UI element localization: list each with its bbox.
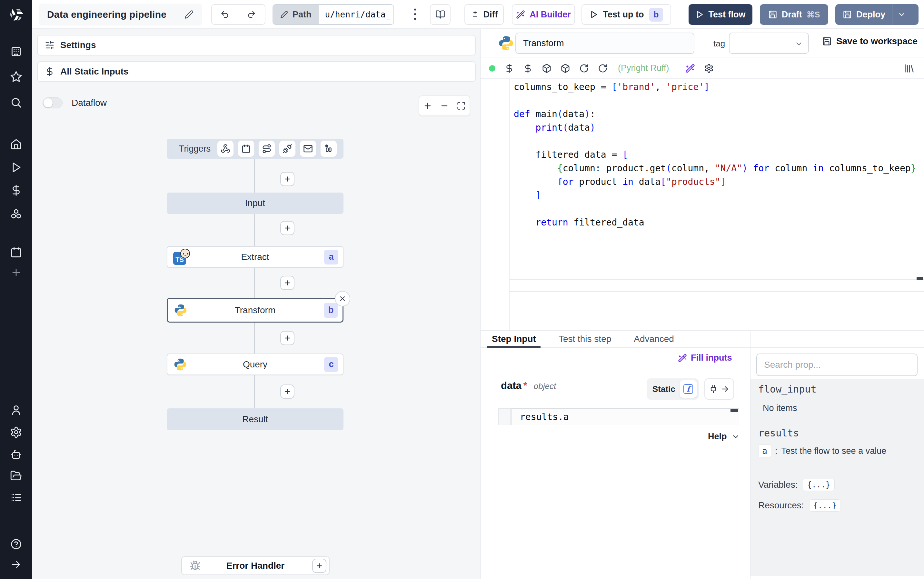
folder-icon[interactable] (10, 469, 22, 482)
query-node[interactable]: Query c (167, 353, 343, 375)
fit-view-icon[interactable] (457, 101, 466, 110)
flow-input-section[interactable]: flow_input (758, 384, 924, 395)
help-toggle[interactable]: Help (708, 432, 740, 442)
expression-scrollbar[interactable] (730, 409, 738, 412)
add-step-button[interactable] (280, 276, 294, 290)
runs-play-icon[interactable] (10, 162, 22, 173)
test-up-to-label: Test up to (603, 10, 644, 20)
undo-button[interactable] (212, 5, 238, 24)
editor-settings-gear-icon[interactable] (704, 64, 714, 73)
settings-gear-icon[interactable] (10, 426, 22, 438)
draft-button[interactable]: Draft ⌘S (760, 4, 828, 25)
extract-node[interactable]: TS Extract a (167, 246, 343, 268)
collapse-arrow-icon[interactable] (10, 559, 22, 570)
chevron-down-icon (795, 40, 803, 48)
package-icon[interactable] (542, 64, 552, 73)
ai-wand-icon[interactable] (685, 64, 695, 73)
expression-input[interactable]: results.a (511, 408, 739, 425)
draft-label: Draft (782, 10, 802, 20)
result-hint: Test the flow to see a value (782, 446, 886, 456)
user-icon[interactable] (10, 404, 22, 416)
code-editor[interactable]: columns_to_keep = ['brand', 'price'] def… (480, 79, 924, 330)
list-icon[interactable] (10, 492, 22, 504)
variables-dollar-icon[interactable] (10, 184, 22, 196)
tag-select[interactable] (729, 33, 809, 54)
package-icon[interactable] (560, 64, 570, 73)
save-icon (768, 10, 777, 19)
tab-advanced[interactable]: Advanced (634, 330, 674, 347)
dataflow-toggle[interactable] (42, 97, 62, 108)
poll-trigger-icon[interactable] (320, 140, 337, 157)
tab-test-this-step[interactable]: Test this step (558, 330, 611, 347)
input-node[interactable]: Input (167, 193, 343, 214)
email-trigger-icon[interactable] (300, 140, 317, 157)
flow-settings-row[interactable]: Settings (37, 35, 476, 56)
javascript-expression-button[interactable]: f (679, 380, 697, 398)
connect-input-button[interactable] (704, 378, 734, 400)
tag-label: tag (713, 39, 725, 49)
library-icon[interactable] (904, 63, 915, 74)
variable-dollar-icon[interactable] (504, 64, 514, 73)
status-dot (489, 65, 495, 72)
zoom-in-plus-icon[interactable] (423, 101, 432, 110)
result-node[interactable]: Result (167, 408, 343, 430)
search-prop-input[interactable]: Search prop... (756, 353, 917, 376)
schedule-trigger-icon[interactable] (238, 140, 255, 157)
help-circle-icon[interactable] (10, 538, 22, 550)
test-up-to-button[interactable]: Test up to b (581, 4, 671, 25)
route-trigger-icon[interactable] (258, 140, 275, 157)
path-button[interactable]: Path (273, 5, 318, 24)
variables-chip[interactable]: {...} (803, 479, 834, 491)
edit-title-pencil-icon[interactable] (184, 10, 194, 19)
add-step-button[interactable] (280, 172, 294, 186)
redo-button[interactable] (238, 5, 265, 24)
reload-icon[interactable] (598, 64, 607, 73)
editor-scrollbar[interactable] (917, 277, 923, 280)
favorites-star-icon[interactable] (10, 70, 22, 83)
reload-icon[interactable] (579, 64, 589, 73)
docs-book-icon[interactable] (430, 4, 451, 25)
add-plus-icon[interactable] (11, 267, 21, 278)
tab-step-input[interactable]: Step Input (492, 330, 536, 347)
error-handler-node[interactable]: Error Handler (181, 556, 330, 575)
bot-icon[interactable] (10, 448, 22, 460)
workspace-building-icon[interactable] (10, 46, 22, 58)
zoom-out-minus-icon[interactable] (440, 101, 449, 110)
more-options-kebab-icon[interactable] (410, 7, 420, 22)
resources-chip[interactable]: {...} (809, 499, 841, 512)
websocket-plug-trigger-icon[interactable] (279, 140, 296, 157)
result-key-badge[interactable]: a (758, 445, 771, 457)
search-icon[interactable] (10, 96, 22, 109)
save-to-workspace-button[interactable]: Save to workspace (822, 36, 917, 46)
editor-divider (509, 279, 924, 280)
fill-inputs-button[interactable]: Fill inputs (678, 353, 732, 363)
resource-dollar-icon[interactable] (523, 64, 533, 73)
add-step-button[interactable] (280, 331, 294, 345)
test-flow-button[interactable]: Test flow (689, 4, 753, 25)
remove-step-close-icon[interactable] (335, 291, 350, 306)
test-up-to-step-badge: b (649, 8, 663, 21)
diff-button[interactable]: Diff (464, 4, 504, 25)
wand-sparkles-icon (516, 10, 525, 19)
deploy-dropdown-button[interactable] (892, 10, 911, 19)
home-icon[interactable] (10, 138, 22, 150)
code-content[interactable]: columns_to_keep = ['brand', 'price'] def… (514, 80, 916, 229)
path-input[interactable]: u/henri/data_ (318, 5, 393, 24)
ai-builder-button[interactable]: AI Builder (512, 4, 575, 25)
add-step-button[interactable] (280, 221, 294, 235)
static-mode-toggle[interactable]: Static f (646, 378, 699, 400)
resources-boxes-icon[interactable] (10, 208, 22, 220)
add-step-button[interactable] (280, 384, 294, 399)
dataflow-label: Dataflow (72, 98, 107, 108)
extract-node-badge: a (324, 250, 338, 265)
results-section[interactable]: results (758, 427, 924, 439)
transform-node-selected[interactable]: Transform b (167, 298, 343, 322)
triggers-node[interactable]: Triggers (167, 139, 343, 159)
deploy-button[interactable]: Deploy (835, 4, 919, 25)
windmill-logo[interactable] (8, 7, 24, 23)
all-static-inputs-row[interactable]: All Static Inputs (37, 61, 476, 82)
webhook-trigger-icon[interactable] (217, 140, 234, 157)
schedules-calendar-icon[interactable] (10, 246, 22, 258)
step-name-input[interactable]: Transform (515, 33, 694, 54)
add-error-handler-button[interactable] (312, 559, 327, 573)
